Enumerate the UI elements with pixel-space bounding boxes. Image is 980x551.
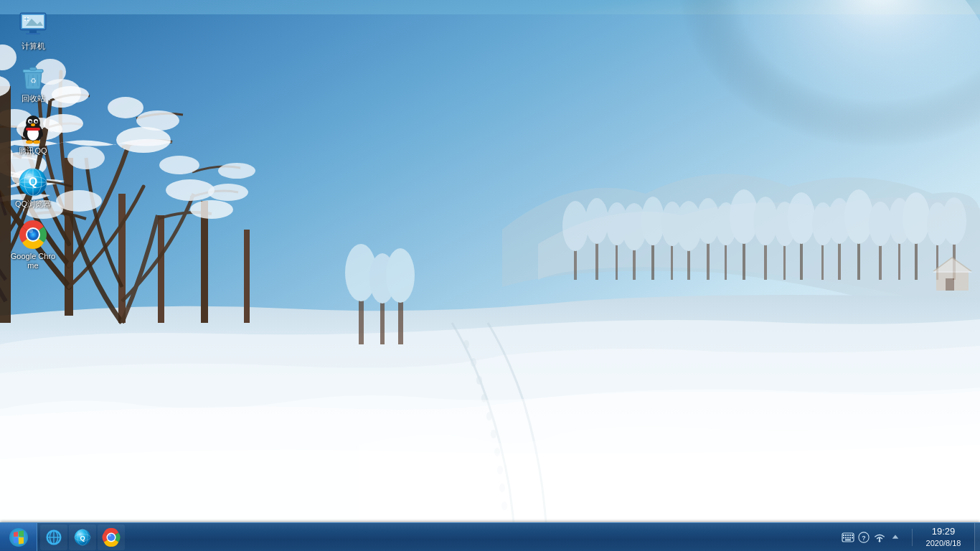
svg-rect-40 [936, 235, 938, 280]
computer-icon[interactable]: 计算机 [7, 7, 59, 54]
svg-rect-10 [651, 233, 654, 280]
svg-point-146 [108, 534, 111, 537]
taskbar: Q [0, 522, 980, 551]
svg-point-161 [879, 540, 881, 542]
qq-label: 腾讯QQ [19, 146, 47, 156]
svg-rect-153 [843, 537, 844, 538]
svg-rect-46 [946, 278, 954, 291]
svg-point-25 [774, 202, 796, 246]
svg-point-5 [585, 198, 608, 244]
help-tray-icon[interactable]: ? [857, 531, 870, 544]
svg-rect-148 [843, 534, 844, 536]
svg-rect-90 [380, 291, 385, 344]
chrome-label: Google Chrome [10, 252, 56, 270]
desktop: 计算机 ♻ 回收站 [0, 0, 980, 551]
svg-rect-14 [687, 237, 690, 280]
svg-marker-162 [892, 534, 899, 538]
svg-rect-8 [633, 237, 636, 280]
svg-point-57 [501, 501, 507, 510]
svg-rect-38 [915, 231, 918, 280]
svg-rect-151 [849, 534, 851, 536]
svg-point-9 [622, 203, 646, 250]
svg-point-145 [108, 533, 115, 540]
svg-rect-2 [574, 237, 577, 280]
svg-point-74 [56, 190, 102, 212]
qqbrowser-icon-image: Q [19, 168, 47, 197]
svg-rect-154 [845, 537, 847, 538]
taskbar-qqbrowser-button[interactable]: Q [69, 524, 96, 550]
svg-point-11 [641, 197, 664, 245]
svg-point-48 [463, 340, 469, 349]
tray-separator [912, 529, 913, 546]
taskbar-ie-button[interactable] [40, 524, 67, 550]
svg-point-52 [486, 412, 492, 420]
svg-marker-47 [933, 258, 972, 273]
clock[interactable]: 19:29 2020/8/18 [918, 523, 969, 551]
svg-point-121 [26, 141, 33, 144]
svg-point-23 [753, 197, 778, 245]
svg-point-17 [697, 198, 720, 244]
svg-rect-120 [26, 128, 40, 131]
svg-rect-58 [65, 158, 73, 316]
svg-rect-32 [857, 230, 860, 280]
network-tray-icon[interactable] [873, 531, 886, 544]
svg-point-27 [788, 192, 815, 244]
svg-rect-155 [847, 537, 849, 538]
taskbar-chrome-button[interactable] [98, 524, 125, 550]
svg-point-43 [942, 197, 966, 245]
taskbar-apps: Q [37, 523, 128, 551]
svg-point-19 [715, 202, 737, 245]
svg-point-78 [218, 163, 255, 179]
svg-point-15 [676, 201, 702, 251]
svg-rect-150 [847, 534, 849, 536]
svg-point-31 [828, 198, 851, 244]
svg-rect-0 [0, 14, 980, 537]
google-chrome-icon[interactable]: Google Chrome [7, 217, 59, 273]
svg-rect-12 [671, 235, 673, 280]
desktop-icons: 计算机 ♻ 回收站 [7, 7, 59, 273]
svg-rect-156 [849, 537, 851, 538]
svg-rect-30 [838, 233, 841, 280]
svg-rect-22 [764, 233, 767, 280]
tray-arrow-icon[interactable] [889, 531, 902, 544]
qqbrowser-icon[interactable]: Q QQ浏览器 [7, 165, 59, 212]
svg-rect-59 [118, 194, 126, 323]
svg-point-133 [29, 229, 33, 233]
computer-icon-image [19, 10, 47, 39]
svg-rect-152 [852, 534, 853, 536]
svg-point-7 [606, 202, 628, 245]
svg-point-39 [903, 192, 930, 244]
keyboard-tray-icon[interactable] [842, 531, 854, 544]
svg-marker-45 [933, 257, 972, 271]
recycle-icon[interactable]: ♻ 回收站 [7, 60, 59, 106]
clock-date: 2020/8/18 [926, 538, 961, 548]
svg-point-29 [812, 202, 834, 245]
svg-point-75 [67, 146, 105, 169]
svg-rect-62 [244, 230, 250, 323]
tray-icons: ? [837, 531, 906, 544]
svg-rect-60 [158, 215, 164, 323]
qq-icon[interactable]: 腾讯QQ [7, 112, 59, 159]
background-scene [0, 0, 980, 551]
svg-rect-157 [852, 537, 853, 538]
svg-rect-100 [26, 33, 40, 34]
svg-point-50 [476, 376, 482, 385]
computer-label: 计算机 [22, 42, 45, 51]
start-button[interactable] [0, 523, 37, 552]
svg-rect-44 [936, 269, 969, 291]
svg-rect-42 [953, 233, 956, 280]
svg-point-69 [116, 127, 171, 153]
svg-rect-6 [616, 235, 618, 280]
svg-rect-28 [821, 235, 824, 280]
svg-rect-4 [595, 233, 598, 280]
svg-point-35 [869, 202, 892, 246]
svg-text:Q: Q [80, 534, 85, 541]
svg-point-93 [386, 248, 415, 303]
svg-point-13 [661, 202, 683, 246]
svg-rect-18 [725, 235, 727, 280]
svg-point-70 [136, 110, 179, 131]
show-desktop-button[interactable] [974, 523, 980, 552]
svg-rect-20 [743, 230, 745, 280]
svg-point-118 [36, 121, 37, 121]
svg-point-56 [499, 484, 505, 492]
